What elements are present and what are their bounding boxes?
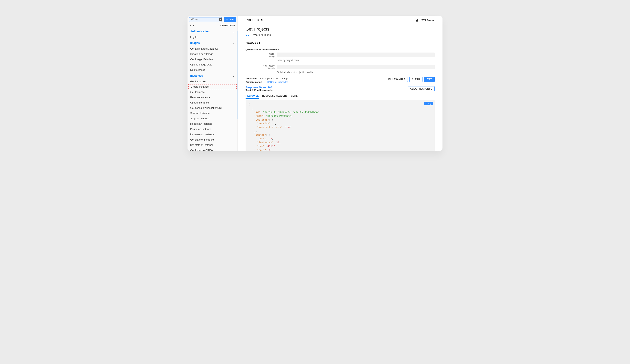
response-body: Copy [ { "id": "02e9b308-6323-4056-ac0c-… xyxy=(246,100,435,151)
nav-item[interactable]: Pause an Instance xyxy=(188,126,238,132)
sidebar: ✕ Search ▼ ▲ OPERATIONS Authentication⌄L… xyxy=(188,16,238,151)
endpoint-path: /v1/projects xyxy=(253,33,271,36)
nav-item[interactable]: Remove Instance xyxy=(188,95,238,100)
clear-response-button[interactable]: CLEAR RESPONSE xyxy=(408,86,435,91)
operations-row: ▼ ▲ OPERATIONS xyxy=(188,23,238,28)
main-content: HTTP Bearer PROJECTS Get Projects GET /v… xyxy=(238,16,442,151)
sidebar-search-row: ✕ Search xyxy=(188,16,238,23)
nav-item[interactable]: Set state of Instance xyxy=(188,142,238,148)
lock-icon xyxy=(416,19,418,22)
json-line: "cores": 8, xyxy=(248,137,432,140)
json-line: "internet-access": true xyxy=(248,125,432,129)
fill-example-button[interactable]: FILL EXAMPLE xyxy=(386,77,408,82)
section-title: Images xyxy=(190,41,200,44)
json-line: { xyxy=(248,106,432,110)
copy-button[interactable]: Copy xyxy=(424,102,433,105)
param-row: ids_onlyboolean xyxy=(246,65,435,70)
tab-curl[interactable]: CURL xyxy=(291,93,297,99)
json-line: "instances": 20, xyxy=(248,141,432,144)
nav-item[interactable]: Get state of Instance xyxy=(188,137,238,142)
operations-label: OPERATIONS xyxy=(220,24,235,27)
nav-item[interactable]: Get Instance xyxy=(188,89,238,95)
clear-button[interactable]: CLEAR xyxy=(409,77,422,82)
api-server-label: API Server xyxy=(246,77,258,80)
nav-item[interactable]: Create a new Image xyxy=(188,51,238,57)
param-description: Only include id of project in results xyxy=(277,71,435,74)
app-window: ✕ Search ▼ ▲ OPERATIONS Authentication⌄L… xyxy=(188,16,442,151)
json-line: "version": 1, xyxy=(248,121,432,125)
authentication-label: Authentication xyxy=(246,81,262,83)
param-label: namestring xyxy=(246,52,274,58)
nav-item[interactable]: Upload Image Data xyxy=(188,62,238,67)
chevron-down-icon: ⌄ xyxy=(232,30,235,33)
filter-input[interactable] xyxy=(189,17,222,22)
tab-response[interactable]: RESPONSE xyxy=(246,93,259,99)
nav-item[interactable]: Start an Instance xyxy=(188,111,238,116)
nav-item[interactable]: Get Instance GPIOs xyxy=(188,148,238,151)
filter-input-wrap: ✕ xyxy=(189,17,222,22)
param-name: name xyxy=(246,52,274,55)
response-tabs: RESPONSERESPONSE HEADERSCURL xyxy=(246,93,435,99)
response-time: Took 293 milliseconds xyxy=(246,89,273,92)
chevron-down-icon: ⌄ xyxy=(232,74,235,77)
json-line: "cpus": 8 xyxy=(248,148,432,151)
collapse-expand-arrows[interactable]: ▼ ▲ xyxy=(190,24,194,27)
section-header-authentication[interactable]: Authentication⌄ xyxy=(188,28,238,34)
nav-item[interactable]: Get console websocket URL xyxy=(188,105,238,111)
request-meta-left: API Server https://app.avh.arm.com/api A… xyxy=(246,77,288,84)
json-line: }, xyxy=(248,129,432,133)
nav-item[interactable]: Get Image Metadata xyxy=(188,57,238,62)
json-line: [ xyxy=(248,102,432,106)
action-buttons: FILL EXAMPLE CLEAR TRY xyxy=(386,77,435,82)
nav-item[interactable]: Stop an Instance xyxy=(188,116,238,121)
section-title: Instances xyxy=(190,74,203,77)
try-button[interactable]: TRY xyxy=(424,77,435,82)
param-name: ids_only xyxy=(246,65,274,67)
section-header-instances[interactable]: Instances⌄ xyxy=(188,72,238,79)
json-line: "id": "02e9b308-6323-4056-ac0c-6553adbb1… xyxy=(248,110,432,114)
request-heading: REQUEST xyxy=(246,41,435,44)
search-button[interactable]: Search xyxy=(224,17,236,22)
section-heading: PROJECTS xyxy=(246,18,435,22)
json-line: "name": "Default Project", xyxy=(248,114,432,118)
auth-badge[interactable]: HTTP Bearer xyxy=(416,19,435,22)
nav-item[interactable]: Create Instance xyxy=(188,84,237,89)
chevron-down-icon: ⌄ xyxy=(232,41,235,44)
nav-item[interactable]: Unpause an Instance xyxy=(188,132,238,137)
param-input-name[interactable] xyxy=(277,52,435,57)
nav-item[interactable]: Get Instances xyxy=(188,79,238,84)
api-server-value: https://app.avh.arm.com/api xyxy=(259,77,288,80)
param-row: namestring xyxy=(246,52,435,58)
request-meta-row: API Server https://app.avh.arm.com/api A… xyxy=(246,77,435,84)
param-label: ids_onlyboolean xyxy=(246,65,274,70)
sidebar-scrollbar-indicator xyxy=(237,30,238,119)
clear-filter-icon[interactable]: ✕ xyxy=(219,18,222,21)
nav-item[interactable]: Reboot an Instance xyxy=(188,121,238,126)
endpoint-title: Get Projects xyxy=(246,27,435,32)
auth-badge-label: HTTP Bearer xyxy=(420,19,435,22)
param-type: boolean xyxy=(246,67,274,70)
nav-item[interactable]: Delete Image xyxy=(188,67,238,72)
json-line: "ram": 49152, xyxy=(248,144,432,148)
nav-item[interactable]: Get all Images Metadata xyxy=(188,46,238,51)
http-method: GET xyxy=(246,33,251,36)
nav-item[interactable]: Update Instance xyxy=(188,100,238,105)
response-status: Response Status: 200 xyxy=(246,86,273,89)
tab-response-headers[interactable]: RESPONSE HEADERS xyxy=(262,93,288,99)
section-header-images[interactable]: Images⌄ xyxy=(188,40,238,46)
json-line: "quotas": { xyxy=(248,133,432,137)
authentication-value[interactable]: HTTP Bearer in header xyxy=(264,81,288,83)
status-row: Response Status: 200 Took 293 millisecon… xyxy=(246,86,435,92)
query-params-heading: QUERY-STRING PARAMETERS xyxy=(246,48,435,50)
json-line: "settings": { xyxy=(248,118,432,121)
method-path-line: GET /v1/projects xyxy=(246,33,435,36)
param-description: Filter by project name xyxy=(277,59,435,61)
section-title: Authentication xyxy=(190,30,210,33)
param-type: string xyxy=(246,55,274,58)
param-input-ids_only[interactable] xyxy=(277,65,435,69)
nav-item[interactable]: Log In xyxy=(188,34,238,40)
